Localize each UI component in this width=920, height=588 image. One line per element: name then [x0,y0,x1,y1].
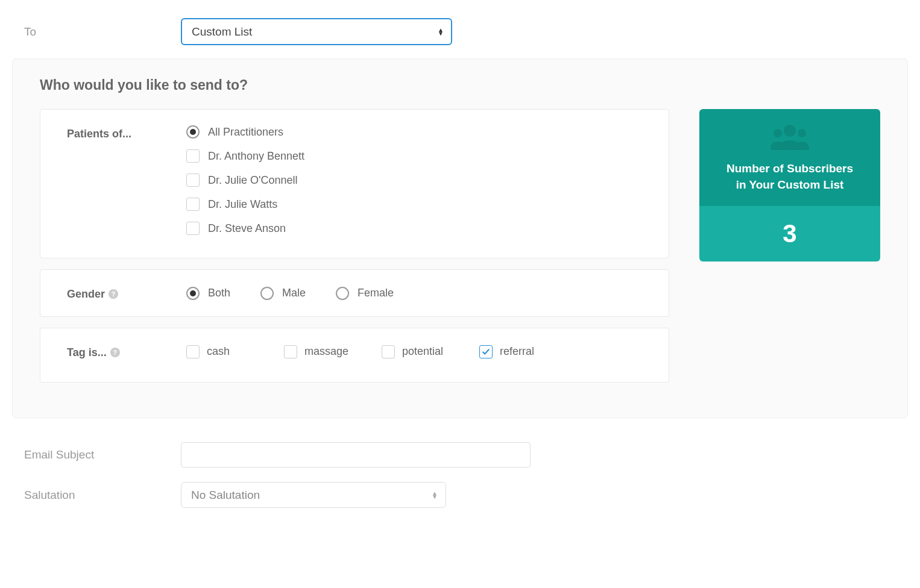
tag-option[interactable]: potential [382,344,458,359]
option-label: Dr. Julie O'Connell [208,174,298,187]
practitioner-option[interactable]: All Practitioners [186,125,647,139]
tag-option[interactable]: cash [186,344,262,359]
svg-point-0 [784,125,796,137]
tags-filter: Tag is... ? cash massage potential [40,328,669,383]
to-row: To Custom List ▲▼ [0,12,920,51]
to-label: To [24,25,181,39]
practitioner-option[interactable]: Dr. Julie Watts [186,198,647,211]
option-label: Both [208,287,230,299]
option-label: Dr. Anthony Bennett [208,150,304,163]
option-label: Dr. Julie Watts [208,198,277,211]
option-label: potential [402,345,443,358]
patients-filter: Patients of... All Practitioners Dr. Ant… [40,109,669,258]
salutation-select[interactable]: No Salutation [181,482,446,508]
tags-label: Tag is... ? [67,344,186,359]
svg-point-2 [798,129,806,137]
checkbox-icon [382,345,395,358]
option-label: Dr. Steve Anson [208,222,286,235]
checkbox-icon [186,198,200,211]
gender-label: Gender ? [67,286,186,301]
help-icon[interactable]: ? [110,348,120,357]
panel-title: Who would you like to send to? [40,77,880,93]
radio-icon [186,125,200,139]
subscriber-count-card: Number of Subscribers in Your Custom Lis… [699,109,880,261]
patients-options: All Practitioners Dr. Anthony Bennett Dr… [186,125,647,235]
gender-options: Both Male Female [186,286,647,301]
custom-list-panel: Who would you like to send to? Patients … [12,58,908,418]
subscriber-title-line1: Number of Subscribers [726,162,853,175]
salutation-select-wrap: No Salutation ▲▼ [181,482,446,508]
checkbox-icon [186,174,200,187]
svg-point-1 [773,129,782,137]
to-select-wrap: Custom List ▲▼ [181,18,452,45]
option-label: referral [500,345,534,358]
gender-label-text: Gender [67,288,105,301]
checkbox-icon [186,149,200,163]
to-select[interactable]: Custom List [181,18,452,45]
subscriber-title-line2: in Your Custom List [736,178,844,191]
gender-option[interactable]: Female [336,286,394,301]
subscriber-card-header: Number of Subscribers in Your Custom Lis… [699,109,880,206]
radio-icon [186,287,200,300]
checkbox-icon [186,222,200,235]
option-label: Female [358,287,394,299]
salutation-label: Salutation [24,489,181,502]
checkbox-icon [186,345,200,358]
gender-option[interactable]: Male [260,286,306,301]
practitioner-option[interactable]: Dr. Anthony Bennett [186,149,647,163]
subject-label: Email Subject [24,448,181,461]
subject-row: Email Subject [0,435,920,475]
salutation-row: Salutation No Salutation ▲▼ [0,475,920,515]
option-label: Male [282,287,306,299]
checkbox-icon [479,345,493,358]
tags-label-text: Tag is... [67,346,107,359]
subscriber-count: 3 [699,206,880,261]
tags-options: cash massage potential referral [186,344,647,359]
radio-icon [260,287,274,300]
tag-option[interactable]: referral [479,344,555,359]
lower-rows: Email Subject Salutation No Salutation ▲… [0,435,920,515]
panel-body: Patients of... All Practitioners Dr. Ant… [40,109,880,393]
gender-filter: Gender ? Both Male Female [40,269,669,317]
option-label: All Practitioners [208,126,283,139]
practitioner-option[interactable]: Dr. Julie O'Connell [186,174,647,187]
patients-label: Patients of... [67,125,186,235]
option-label: massage [304,345,348,358]
subscriber-title: Number of Subscribers in Your Custom Lis… [711,161,868,193]
subject-input[interactable] [181,442,531,468]
radio-icon [336,287,349,300]
practitioner-option[interactable]: Dr. Steve Anson [186,222,647,235]
gender-option[interactable]: Both [186,286,230,301]
help-icon[interactable]: ? [109,289,118,299]
filters-column: Patients of... All Practitioners Dr. Ant… [40,109,669,393]
tag-option[interactable]: massage [284,344,360,359]
option-label: cash [207,345,230,358]
checkbox-icon [284,345,297,358]
users-icon [769,124,810,152]
